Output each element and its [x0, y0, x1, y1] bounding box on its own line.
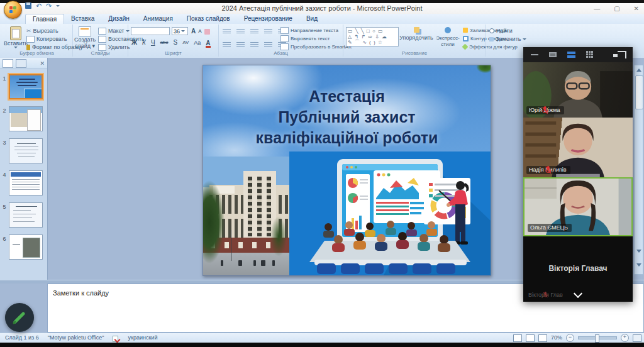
zoom-slider-thumb[interactable] [595, 334, 599, 343]
office-logo-icon [9, 6, 16, 13]
text-direction-icon [280, 27, 289, 34]
cut-button[interactable]: ✂ Вырезать [26, 27, 58, 35]
replace-icon [489, 37, 494, 41]
annotate-fab[interactable] [5, 303, 34, 332]
align-right-icon[interactable] [250, 42, 258, 48]
copy-button[interactable]: Копировать [26, 35, 67, 43]
group-slides: Создать слайд ▾ Макет Восстановить Удали… [73, 25, 128, 57]
restore-button[interactable]: ▢ [614, 5, 619, 12]
language-indicator[interactable]: украинский [128, 333, 157, 343]
qat-dropdown-icon[interactable] [56, 5, 60, 7]
arrange-icon [414, 27, 419, 33]
arrange-button[interactable]: Упорядочить [400, 27, 433, 41]
scrollbar-thumb[interactable] [635, 75, 643, 109]
spellcheck-icon[interactable] [113, 335, 119, 341]
slide-thumbnail-4[interactable]: 4 [1, 170, 46, 196]
slide-title[interactable]: Атестація Публічний захист кваліфікаційн… [203, 86, 491, 148]
char-spacing-button[interactable]: AV [182, 39, 189, 47]
strikethrough-button[interactable]: abc [160, 39, 169, 47]
zoom-out-button[interactable]: − [566, 334, 574, 342]
font-grow-shrink[interactable]: АА [191, 28, 210, 35]
tab-home[interactable]: Главная [25, 14, 64, 24]
clear-format-icon[interactable] [204, 29, 210, 35]
slideshow-button[interactable] [538, 334, 547, 342]
fit-to-window-button[interactable] [633, 334, 641, 342]
quick-access-toolbar: ↶ ↷ [25, 1, 60, 10]
italic-button[interactable]: К [142, 39, 146, 47]
convert-smartart-button[interactable]: Преобразовать в SmartArt [280, 43, 352, 50]
leaves-decoration [464, 65, 491, 82]
redo-icon[interactable]: ↷ [46, 3, 52, 9]
shape-fill-icon [463, 28, 468, 33]
slide-thumbnail-5[interactable]: 5 [1, 202, 46, 228]
tab-review[interactable]: Рецензирование [237, 14, 299, 24]
replace-button[interactable]: Заменить [489, 35, 526, 43]
participant-name: Вікторія Главач [523, 264, 633, 273]
tab-view[interactable]: Вид [299, 14, 325, 24]
normal-view-button[interactable] [513, 334, 522, 342]
speaker-view-icon[interactable] [549, 52, 557, 57]
layout-button[interactable]: Макет [98, 27, 130, 35]
tab-animation[interactable]: Анимация [136, 14, 180, 24]
save-icon[interactable] [25, 3, 31, 9]
previous-slide-button[interactable] [636, 250, 641, 253]
strip-view-icon[interactable] [567, 52, 575, 58]
undo-icon[interactable]: ↶ [36, 3, 42, 9]
tab-insert[interactable]: Вставка [64, 14, 101, 24]
increase-indent-icon[interactable] [264, 29, 272, 35]
decrease-indent-icon[interactable] [250, 29, 258, 35]
justify-icon[interactable] [264, 42, 272, 48]
font-size-input[interactable]: 36 [172, 27, 188, 35]
tab-design[interactable]: Дизайн [101, 14, 136, 24]
slide-canvas[interactable]: Атестація Публічний захист кваліфікаційн… [203, 65, 491, 276]
close-button[interactable]: ✕ [634, 5, 639, 12]
slide-thumbnail-3[interactable]: 3 [1, 138, 46, 163]
bold-button[interactable]: Ж [131, 39, 137, 47]
video-tile-viktoriia[interactable]: Вікторія Главач Вікторія Глав [523, 236, 633, 302]
zoom-slider[interactable] [578, 336, 617, 339]
popout-view-icon[interactable] [618, 51, 626, 58]
shapes-gallery[interactable]: ▭ ╲ ╲ □ ○ ▭ △ ↰ ↱ ⇨ ⇩ ☁ ✎ ⌒ ∿ ( ) ☆ [346, 27, 399, 47]
slides-tab-icon[interactable] [3, 59, 13, 68]
copy-icon [26, 36, 35, 43]
chevron-down-icon[interactable] [574, 289, 582, 298]
change-case-button[interactable]: Aa [194, 39, 201, 47]
video-tile-yurii[interactable]: Юрій Ціжма [523, 62, 633, 118]
minimize-button[interactable]: — [594, 5, 600, 12]
find-button[interactable]: Найти [489, 27, 513, 35]
shadow-button[interactable]: S [174, 39, 178, 47]
slide-counter: Слайд 1 из 6 [5, 333, 39, 343]
outline-tab-icon[interactable] [16, 59, 26, 68]
numbering-icon[interactable] [236, 29, 245, 35]
slide-thumbnail-6[interactable]: 6 [1, 234, 46, 260]
meeting-panel: Юрій Ціжма Надія Пилипів [523, 47, 633, 302]
new-slide-button[interactable]: Создать слайд ▾ [74, 26, 96, 49]
paste-icon [10, 26, 21, 40]
meeting-minimize-icon[interactable] [531, 54, 538, 55]
presentation-illustration [289, 151, 491, 275]
text-direction-button[interactable]: Направление текста [280, 26, 338, 34]
video-tile-nadiia[interactable]: Надія Пилипів [523, 118, 633, 177]
slide-thumbnail-2[interactable]: 2 [1, 106, 46, 131]
align-text-button[interactable]: Выровнять текст [280, 35, 330, 42]
slide-sorter-button[interactable] [526, 334, 535, 342]
notes-placeholder: Заметки к слайду [53, 289, 109, 297]
video-tile-olha[interactable]: Ольга ЄМЕЦЬ [523, 177, 633, 236]
slide-scrollbar[interactable] [634, 65, 643, 275]
gallery-view-icon[interactable] [586, 51, 594, 58]
office-button[interactable] [4, 1, 22, 19]
quick-styles-button[interactable]: Экспресс-стили [433, 27, 463, 48]
group-paragraph: Направление текста Выровнять текст Преоб… [219, 25, 343, 57]
font-name-input[interactable] [131, 27, 170, 35]
slide-thumbnail-1[interactable]: 1 [1, 74, 46, 99]
panel-close-icon[interactable]: ✕ [40, 60, 45, 67]
align-left-icon[interactable] [223, 42, 231, 48]
bullets-icon[interactable] [223, 29, 231, 35]
zoom-in-button[interactable]: + [621, 334, 629, 342]
tab-slideshow[interactable]: Показ слайдов [180, 14, 237, 24]
next-slide-button[interactable] [636, 263, 641, 267]
underline-button[interactable]: Ч [151, 39, 155, 47]
font-color-button[interactable]: А [206, 40, 210, 47]
paste-button[interactable]: Вставить [4, 26, 28, 48]
align-center-icon[interactable] [236, 42, 245, 48]
